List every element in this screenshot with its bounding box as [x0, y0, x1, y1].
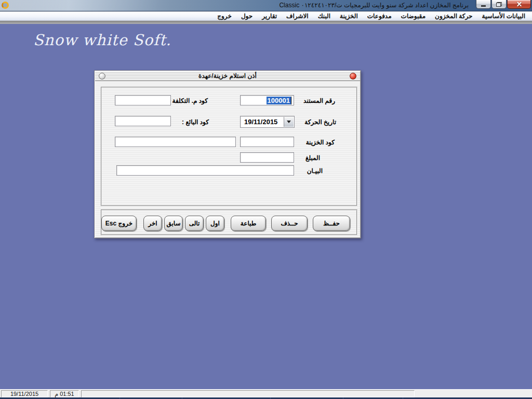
window-titlebar: برنامج المخازن اعداد شركة سنو وايت للبرم… [0, 0, 532, 11]
menu-item-bank[interactable]: البنك [313, 11, 335, 21]
last-button[interactable]: اخر [143, 216, 162, 231]
amount-label: المبلغ [305, 154, 320, 162]
transaction-date-value: 19/11/2015 [241, 116, 284, 127]
maximize-icon [496, 2, 502, 7]
cost-center-code-label: كود م. التكلفة [172, 97, 208, 104]
client-area: Snow white Soft. أذن استلام خزينة/عهدة ر… [0, 24, 532, 389]
statement-input[interactable] [116, 165, 294, 176]
minimize-button[interactable] [476, 0, 491, 9]
menu-item-about[interactable]: حول [236, 11, 257, 21]
exit-button[interactable]: خروج Esc [101, 216, 137, 231]
menu-item-treasury[interactable]: الخزينة [335, 11, 363, 21]
menu-bar: البيانات الأساسية حركة المخزون مقبوضات م… [0, 11, 532, 21]
status-info [81, 390, 415, 397]
dialog-titlebar[interactable]: أذن استلام خزينة/عهدة [95, 71, 360, 81]
treasury-code-label: كود الخزينة [306, 139, 335, 146]
document-number-label: رقم المستند [303, 97, 335, 104]
menu-item-supervision[interactable]: الاشراف [282, 11, 313, 21]
menu-item-receipts[interactable]: مقبوضات [396, 11, 430, 21]
app-logo-icon [2, 2, 9, 9]
save-button[interactable]: حفــظ [313, 216, 350, 231]
treasury-code-input[interactable] [240, 137, 294, 147]
dialog-close-icon[interactable] [350, 73, 356, 79]
status-bar: 19/11/2015 01:51 م [0, 389, 532, 397]
statement-label: البيـان [307, 167, 323, 175]
delete-button[interactable]: حــذف [271, 216, 308, 231]
maximize-button[interactable] [491, 0, 507, 9]
window-title: برنامج المخازن اعداد شركة سنو وايت للبرم… [279, 0, 469, 11]
menu-item-payments[interactable]: مدفوعات [363, 11, 396, 21]
close-icon [515, 1, 523, 8]
menu-item-basic-data[interactable]: البيانات الأساسية [477, 11, 530, 21]
dialog-title: أذن استلام خزينة/عهدة [95, 71, 360, 81]
status-time: 01:51 م [50, 390, 79, 397]
print-button[interactable]: طباعة [231, 216, 266, 231]
application-window: برنامج المخازن اعداد شركة سنو وايت للبرم… [0, 0, 532, 399]
menu-item-exit[interactable]: خروج [212, 11, 236, 21]
chevron-down-icon [287, 121, 291, 123]
treasury-name-input[interactable] [115, 137, 236, 147]
amount-input[interactable] [240, 152, 294, 163]
status-date: 19/11/2015 [1, 390, 48, 397]
dialog-treasury-receipt: أذن استلام خزينة/عهدة رقم المستند 100001… [94, 70, 361, 238]
menu-item-inventory[interactable]: حركة المخزون [430, 11, 477, 21]
first-button[interactable]: اول [206, 216, 224, 231]
brand-text: Snow white Soft. [33, 31, 171, 49]
window-controls [475, 0, 531, 9]
document-number-input[interactable]: 100001 [240, 95, 294, 105]
cost-center-code-input[interactable] [115, 95, 171, 105]
date-dropdown-button[interactable] [284, 117, 294, 127]
seller-code-label: كود البائع : [182, 118, 209, 126]
menu-item-reports[interactable]: تقارير [257, 11, 282, 21]
transaction-date-label: تاريخ الحركة [304, 118, 336, 126]
close-button[interactable] [507, 0, 531, 9]
transaction-date-combo[interactable]: 19/11/2015 [240, 116, 295, 128]
next-button[interactable]: تالى [185, 216, 204, 231]
seller-code-input[interactable] [115, 116, 171, 126]
selected-value: 100001 [267, 97, 291, 104]
minimize-icon [481, 5, 486, 7]
previous-button[interactable]: سابق [164, 216, 183, 231]
